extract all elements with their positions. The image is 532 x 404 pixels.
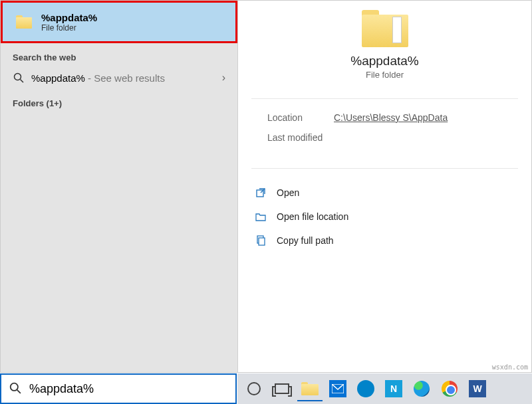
search-input[interactable]: [28, 381, 227, 397]
mail-icon: [329, 380, 346, 397]
web-result-row[interactable]: %appdata% - See web results ›: [1, 68, 237, 88]
onenote-icon: N: [385, 380, 402, 397]
svg-point-5: [11, 383, 18, 390]
folder-open-icon: [254, 210, 267, 223]
chrome-taskbar[interactable]: [437, 376, 462, 401]
word-icon: W: [469, 380, 486, 397]
svg-line-6: [17, 389, 21, 393]
preview-subtitle: File folder: [366, 70, 404, 80]
edge-taskbar[interactable]: [409, 376, 434, 401]
location-link[interactable]: C:\Users\Blessy S\AppData: [334, 112, 448, 123]
cortana-icon: [247, 382, 261, 395]
web-result-term: %appdata%: [31, 72, 85, 84]
search-results-pane: %appdata% File folder Search the web %ap…: [1, 1, 237, 372]
task-view-button[interactable]: [269, 376, 295, 401]
location-label: Location: [267, 112, 334, 123]
edge-icon: [414, 381, 430, 397]
folder-large-icon: [362, 10, 408, 47]
dell-taskbar[interactable]: [353, 376, 378, 401]
preview-title: %appdata%: [350, 54, 418, 68]
search-icon: [9, 382, 21, 396]
open-label: Open: [277, 187, 299, 198]
watermark: wsxdn.com: [492, 363, 528, 371]
svg-point-0: [15, 74, 21, 80]
cortana-button[interactable]: [241, 376, 267, 401]
web-result-suffix: - See web results: [85, 72, 165, 84]
onenote-taskbar[interactable]: N: [381, 376, 406, 401]
folder-icon: [301, 382, 319, 395]
copy-path-action[interactable]: Copy full path: [254, 229, 515, 252]
taskbar: N W: [237, 373, 532, 404]
best-match-subtitle: File folder: [41, 23, 97, 33]
dell-icon: [357, 380, 374, 397]
copy-icon: [254, 234, 267, 247]
preview-pane: %appdata% File folder Location C:\Users\…: [237, 1, 531, 372]
svg-line-1: [21, 80, 24, 83]
open-location-label: Open file location: [277, 211, 348, 222]
task-view-icon: [275, 383, 289, 394]
open-action[interactable]: Open: [254, 181, 515, 205]
chrome-icon: [442, 381, 458, 397]
mail-taskbar[interactable]: [325, 376, 350, 401]
search-box[interactable]: [0, 373, 237, 404]
copy-path-label: Copy full path: [277, 235, 334, 246]
last-modified-label: Last modified: [267, 132, 334, 143]
folder-icon: [16, 15, 32, 29]
search-web-header: Search the web: [1, 43, 237, 68]
best-match-title: %appdata%: [41, 12, 97, 23]
svg-rect-4: [259, 238, 265, 245]
search-icon: [13, 72, 25, 83]
open-location-action[interactable]: Open file location: [254, 205, 515, 229]
chevron-right-icon[interactable]: ›: [222, 72, 225, 84]
best-match-result[interactable]: %appdata% File folder: [1, 1, 237, 43]
open-icon: [254, 186, 267, 199]
file-explorer-taskbar[interactable]: [297, 376, 323, 401]
word-taskbar[interactable]: W: [465, 376, 490, 401]
folders-header: Folders (1+): [1, 88, 237, 114]
